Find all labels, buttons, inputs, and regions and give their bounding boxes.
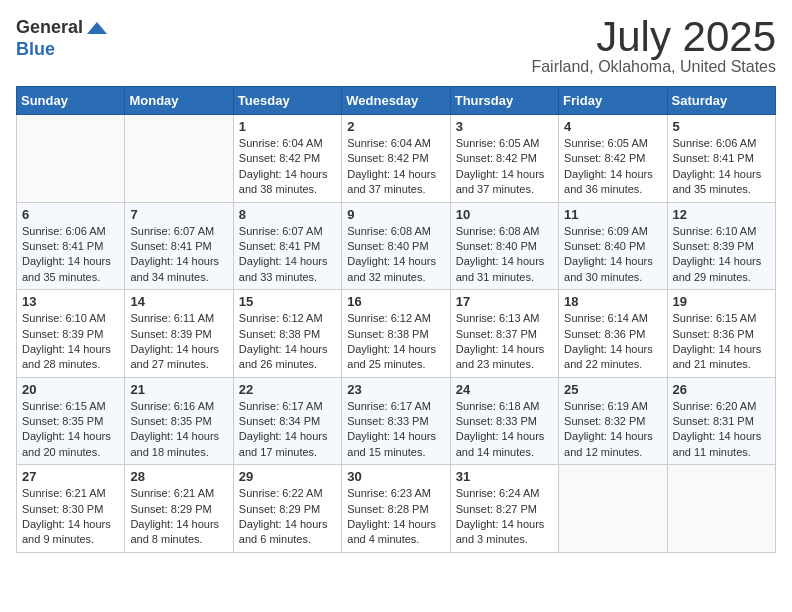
- col-saturday: Saturday: [667, 87, 775, 115]
- day-number: 25: [564, 382, 661, 397]
- cell-text: Sunrise: 6:19 AM Sunset: 8:32 PM Dayligh…: [564, 399, 661, 461]
- cell-text: Sunrise: 6:07 AM Sunset: 8:41 PM Dayligh…: [130, 224, 227, 286]
- day-number: 5: [673, 119, 770, 134]
- table-row: 2Sunrise: 6:04 AM Sunset: 8:42 PM Daylig…: [342, 115, 450, 203]
- page-header: General Blue July 2025 Fairland, Oklahom…: [16, 16, 776, 76]
- day-number: 14: [130, 294, 227, 309]
- col-friday: Friday: [559, 87, 667, 115]
- day-number: 11: [564, 207, 661, 222]
- cell-text: Sunrise: 6:16 AM Sunset: 8:35 PM Dayligh…: [130, 399, 227, 461]
- day-number: 31: [456, 469, 553, 484]
- cell-text: Sunrise: 6:10 AM Sunset: 8:39 PM Dayligh…: [22, 311, 119, 373]
- cell-text: Sunrise: 6:14 AM Sunset: 8:36 PM Dayligh…: [564, 311, 661, 373]
- cell-text: Sunrise: 6:08 AM Sunset: 8:40 PM Dayligh…: [456, 224, 553, 286]
- table-row: 25Sunrise: 6:19 AM Sunset: 8:32 PM Dayli…: [559, 377, 667, 465]
- day-number: 9: [347, 207, 444, 222]
- table-row: 1Sunrise: 6:04 AM Sunset: 8:42 PM Daylig…: [233, 115, 341, 203]
- table-row: [559, 465, 667, 553]
- table-row: 17Sunrise: 6:13 AM Sunset: 8:37 PM Dayli…: [450, 290, 558, 378]
- cell-text: Sunrise: 6:07 AM Sunset: 8:41 PM Dayligh…: [239, 224, 336, 286]
- table-row: 20Sunrise: 6:15 AM Sunset: 8:35 PM Dayli…: [17, 377, 125, 465]
- day-number: 12: [673, 207, 770, 222]
- day-number: 8: [239, 207, 336, 222]
- table-row: 12Sunrise: 6:10 AM Sunset: 8:39 PM Dayli…: [667, 202, 775, 290]
- calendar-header-row: Sunday Monday Tuesday Wednesday Thursday…: [17, 87, 776, 115]
- day-number: 16: [347, 294, 444, 309]
- calendar-week-row: 13Sunrise: 6:10 AM Sunset: 8:39 PM Dayli…: [17, 290, 776, 378]
- calendar-week-row: 27Sunrise: 6:21 AM Sunset: 8:30 PM Dayli…: [17, 465, 776, 553]
- cell-text: Sunrise: 6:12 AM Sunset: 8:38 PM Dayligh…: [239, 311, 336, 373]
- logo: General Blue: [16, 16, 109, 60]
- cell-text: Sunrise: 6:24 AM Sunset: 8:27 PM Dayligh…: [456, 486, 553, 548]
- cell-text: Sunrise: 6:04 AM Sunset: 8:42 PM Dayligh…: [239, 136, 336, 198]
- cell-text: Sunrise: 6:08 AM Sunset: 8:40 PM Dayligh…: [347, 224, 444, 286]
- table-row: [17, 115, 125, 203]
- logo-text-general: General: [16, 18, 83, 38]
- table-row: 22Sunrise: 6:17 AM Sunset: 8:34 PM Dayli…: [233, 377, 341, 465]
- title-area: July 2025 Fairland, Oklahoma, United Sta…: [531, 16, 776, 76]
- month-title: July 2025: [531, 16, 776, 58]
- day-number: 13: [22, 294, 119, 309]
- svg-marker-0: [87, 22, 107, 34]
- table-row: 21Sunrise: 6:16 AM Sunset: 8:35 PM Dayli…: [125, 377, 233, 465]
- cell-text: Sunrise: 6:05 AM Sunset: 8:42 PM Dayligh…: [456, 136, 553, 198]
- cell-text: Sunrise: 6:15 AM Sunset: 8:35 PM Dayligh…: [22, 399, 119, 461]
- cell-text: Sunrise: 6:22 AM Sunset: 8:29 PM Dayligh…: [239, 486, 336, 548]
- table-row: 29Sunrise: 6:22 AM Sunset: 8:29 PM Dayli…: [233, 465, 341, 553]
- table-row: 26Sunrise: 6:20 AM Sunset: 8:31 PM Dayli…: [667, 377, 775, 465]
- cell-text: Sunrise: 6:23 AM Sunset: 8:28 PM Dayligh…: [347, 486, 444, 548]
- day-number: 2: [347, 119, 444, 134]
- calendar-table: Sunday Monday Tuesday Wednesday Thursday…: [16, 86, 776, 553]
- table-row: 9Sunrise: 6:08 AM Sunset: 8:40 PM Daylig…: [342, 202, 450, 290]
- table-row: [667, 465, 775, 553]
- table-row: 18Sunrise: 6:14 AM Sunset: 8:36 PM Dayli…: [559, 290, 667, 378]
- cell-text: Sunrise: 6:17 AM Sunset: 8:33 PM Dayligh…: [347, 399, 444, 461]
- cell-text: Sunrise: 6:15 AM Sunset: 8:36 PM Dayligh…: [673, 311, 770, 373]
- col-sunday: Sunday: [17, 87, 125, 115]
- logo-icon: [85, 16, 109, 40]
- day-number: 19: [673, 294, 770, 309]
- day-number: 23: [347, 382, 444, 397]
- day-number: 18: [564, 294, 661, 309]
- day-number: 26: [673, 382, 770, 397]
- cell-text: Sunrise: 6:21 AM Sunset: 8:30 PM Dayligh…: [22, 486, 119, 548]
- calendar-week-row: 6Sunrise: 6:06 AM Sunset: 8:41 PM Daylig…: [17, 202, 776, 290]
- table-row: 8Sunrise: 6:07 AM Sunset: 8:41 PM Daylig…: [233, 202, 341, 290]
- table-row: 5Sunrise: 6:06 AM Sunset: 8:41 PM Daylig…: [667, 115, 775, 203]
- table-row: 15Sunrise: 6:12 AM Sunset: 8:38 PM Dayli…: [233, 290, 341, 378]
- day-number: 20: [22, 382, 119, 397]
- day-number: 1: [239, 119, 336, 134]
- cell-text: Sunrise: 6:09 AM Sunset: 8:40 PM Dayligh…: [564, 224, 661, 286]
- table-row: 10Sunrise: 6:08 AM Sunset: 8:40 PM Dayli…: [450, 202, 558, 290]
- day-number: 4: [564, 119, 661, 134]
- logo-text-blue: Blue: [16, 40, 55, 60]
- table-row: 27Sunrise: 6:21 AM Sunset: 8:30 PM Dayli…: [17, 465, 125, 553]
- table-row: 23Sunrise: 6:17 AM Sunset: 8:33 PM Dayli…: [342, 377, 450, 465]
- cell-text: Sunrise: 6:18 AM Sunset: 8:33 PM Dayligh…: [456, 399, 553, 461]
- day-number: 17: [456, 294, 553, 309]
- table-row: 13Sunrise: 6:10 AM Sunset: 8:39 PM Dayli…: [17, 290, 125, 378]
- day-number: 30: [347, 469, 444, 484]
- day-number: 7: [130, 207, 227, 222]
- table-row: 6Sunrise: 6:06 AM Sunset: 8:41 PM Daylig…: [17, 202, 125, 290]
- cell-text: Sunrise: 6:20 AM Sunset: 8:31 PM Dayligh…: [673, 399, 770, 461]
- table-row: 4Sunrise: 6:05 AM Sunset: 8:42 PM Daylig…: [559, 115, 667, 203]
- cell-text: Sunrise: 6:11 AM Sunset: 8:39 PM Dayligh…: [130, 311, 227, 373]
- location-title: Fairland, Oklahoma, United States: [531, 58, 776, 76]
- cell-text: Sunrise: 6:06 AM Sunset: 8:41 PM Dayligh…: [22, 224, 119, 286]
- col-monday: Monday: [125, 87, 233, 115]
- cell-text: Sunrise: 6:17 AM Sunset: 8:34 PM Dayligh…: [239, 399, 336, 461]
- table-row: 19Sunrise: 6:15 AM Sunset: 8:36 PM Dayli…: [667, 290, 775, 378]
- table-row: 30Sunrise: 6:23 AM Sunset: 8:28 PM Dayli…: [342, 465, 450, 553]
- table-row: 14Sunrise: 6:11 AM Sunset: 8:39 PM Dayli…: [125, 290, 233, 378]
- cell-text: Sunrise: 6:21 AM Sunset: 8:29 PM Dayligh…: [130, 486, 227, 548]
- calendar-week-row: 1Sunrise: 6:04 AM Sunset: 8:42 PM Daylig…: [17, 115, 776, 203]
- calendar-week-row: 20Sunrise: 6:15 AM Sunset: 8:35 PM Dayli…: [17, 377, 776, 465]
- day-number: 21: [130, 382, 227, 397]
- table-row: 28Sunrise: 6:21 AM Sunset: 8:29 PM Dayli…: [125, 465, 233, 553]
- table-row: 24Sunrise: 6:18 AM Sunset: 8:33 PM Dayli…: [450, 377, 558, 465]
- cell-text: Sunrise: 6:10 AM Sunset: 8:39 PM Dayligh…: [673, 224, 770, 286]
- cell-text: Sunrise: 6:06 AM Sunset: 8:41 PM Dayligh…: [673, 136, 770, 198]
- day-number: 15: [239, 294, 336, 309]
- day-number: 22: [239, 382, 336, 397]
